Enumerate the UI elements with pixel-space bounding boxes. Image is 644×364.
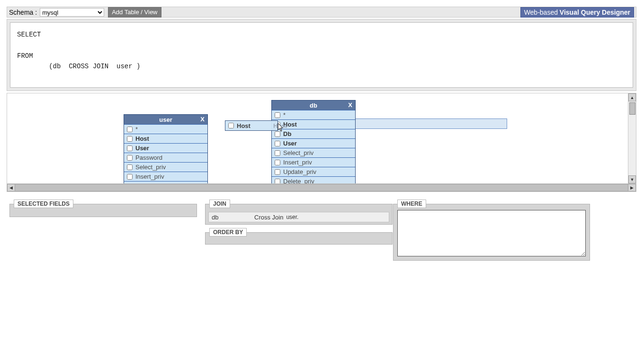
schema-label: Schema : <box>9 9 37 16</box>
field-checkbox[interactable] <box>275 112 280 118</box>
field-checkbox[interactable] <box>275 160 280 165</box>
field-label: Db <box>283 130 291 137</box>
close-icon[interactable]: X <box>348 101 352 109</box>
table-db-title: db <box>310 102 317 109</box>
field-checkbox[interactable] <box>127 155 133 161</box>
brand-badge: Web-based Visual Query Designer <box>520 7 634 18</box>
table-db[interactable]: db X *HostDbUserSelect_privInsert_privUp… <box>271 100 356 184</box>
table-user-field[interactable]: User <box>124 143 207 153</box>
design-canvas[interactable]: user X *HostUserPasswordSelect_privInser… <box>7 93 636 192</box>
join-row[interactable]: db Cross Join user. <box>208 212 389 222</box>
selected-fields-panel[interactable]: SELECTED FIELDS <box>9 204 197 217</box>
table-user-title: user <box>159 116 172 123</box>
vertical-scrollbar[interactable]: ▲ ▼ <box>628 93 636 183</box>
join-right-table: user. <box>286 214 298 220</box>
ghost-overlay-label: Host <box>273 122 287 129</box>
ghost-label: Host <box>237 122 250 129</box>
field-label: User <box>283 140 297 147</box>
orderby-legend: ORDER BY <box>209 228 247 237</box>
field-checkbox[interactable] <box>275 169 280 175</box>
ghost-checkbox <box>228 123 234 128</box>
canvas-inner[interactable]: user X *HostUserPasswordSelect_privInser… <box>7 93 636 184</box>
close-icon[interactable]: X <box>200 116 205 123</box>
table-db-field[interactable]: User <box>272 138 355 148</box>
field-label: Password <box>135 154 162 161</box>
field-checkbox[interactable] <box>275 150 280 156</box>
table-user-field[interactable]: Password <box>124 153 207 162</box>
field-checkbox[interactable] <box>127 127 133 132</box>
table-user-header[interactable]: user X <box>124 115 207 124</box>
field-checkbox[interactable] <box>127 146 133 151</box>
field-label: Insert_priv <box>283 159 312 166</box>
field-label: Host <box>135 135 149 142</box>
table-user[interactable]: user X *HostUserPasswordSelect_privInser… <box>124 114 208 184</box>
where-panel[interactable]: WHERE <box>393 204 590 261</box>
where-legend: WHERE <box>397 200 426 208</box>
where-textarea[interactable] <box>397 210 586 256</box>
field-label: Select_priv <box>283 149 313 156</box>
field-checkbox[interactable] <box>127 174 133 180</box>
table-db-field[interactable]: Db <box>272 129 355 138</box>
add-table-button[interactable]: Add Table / View <box>108 7 161 18</box>
field-checkbox[interactable] <box>275 141 280 146</box>
table-db-field[interactable]: Update_priv <box>272 167 355 176</box>
field-label: Insert_priv <box>135 173 164 180</box>
sql-text[interactable]: SELECT FROM (db CROSS JOIN user ) <box>10 22 633 88</box>
scroll-track[interactable] <box>15 184 628 191</box>
join-legend: JOIN <box>209 200 230 208</box>
field-checkbox[interactable] <box>275 131 280 137</box>
scroll-left-icon[interactable]: ◀ <box>7 184 15 191</box>
horizontal-scrollbar[interactable]: ◀ ▶ <box>7 183 636 191</box>
scroll-up-icon[interactable]: ▲ <box>628 93 636 101</box>
field-label: Update_priv <box>283 168 316 175</box>
field-label: * <box>283 111 286 118</box>
join-left-table: db <box>212 214 254 221</box>
table-user-field[interactable]: Insert_priv <box>124 172 207 181</box>
table-db-field[interactable]: * <box>272 110 355 119</box>
table-db-header[interactable]: db X <box>272 100 355 110</box>
scroll-down-icon[interactable]: ▼ <box>628 175 636 183</box>
table-user-field[interactable]: * <box>124 124 207 134</box>
drag-ghost-field: Host Host <box>225 120 278 131</box>
field-label: User <box>135 145 149 152</box>
field-label: * <box>135 126 138 133</box>
field-label: Select_priv <box>135 164 166 171</box>
table-user-field[interactable]: Select_priv <box>124 162 207 172</box>
table-db-field[interactable]: Select_priv <box>272 148 355 157</box>
orderby-panel[interactable]: ORDER BY <box>205 232 393 245</box>
field-checkbox[interactable] <box>127 164 133 170</box>
table-db-field[interactable]: Insert_priv <box>272 157 355 167</box>
schema-select[interactable]: mysql <box>40 8 104 17</box>
selected-fields-legend: SELECTED FIELDS <box>14 200 73 208</box>
sql-panel: SELECT FROM (db CROSS JOIN user ) <box>7 19 636 91</box>
scroll-right-icon[interactable]: ▶ <box>628 184 636 191</box>
table-user-field[interactable]: Host <box>124 134 207 143</box>
top-toolbar: Schema : mysql Add Table / View Web-base… <box>7 7 636 18</box>
field-checkbox[interactable] <box>127 136 133 142</box>
scroll-thumb[interactable] <box>629 102 635 115</box>
join-panel[interactable]: JOIN db Cross Join user. <box>205 204 393 225</box>
join-type: Cross Join <box>254 214 283 221</box>
